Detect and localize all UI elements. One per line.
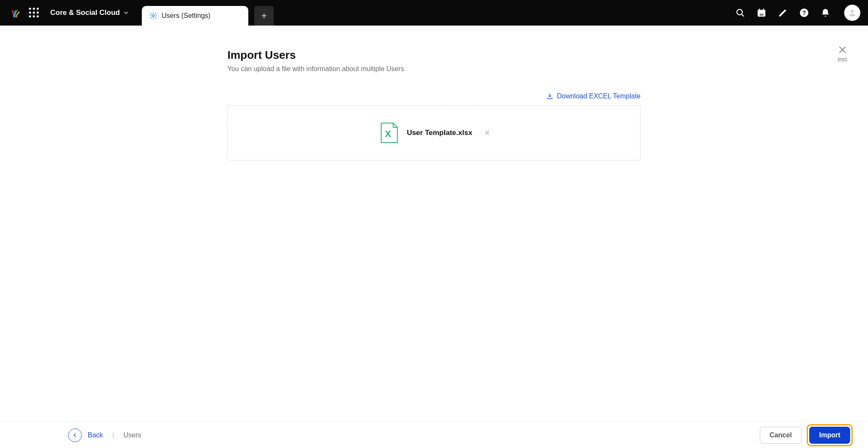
chevron-left-icon <box>72 432 78 438</box>
tab-strip: Users (Settings) <box>142 0 274 26</box>
uploaded-file-name: User Template.xlsx <box>407 129 472 137</box>
back-button[interactable] <box>68 428 82 442</box>
close-panel-button[interactable]: esc <box>838 45 848 63</box>
tab-label: Users (Settings) <box>161 12 210 20</box>
search-icon[interactable] <box>735 8 745 18</box>
download-icon <box>546 93 553 100</box>
notifications-icon[interactable] <box>820 8 831 18</box>
main-area: esc Import Users You can upload a file w… <box>0 26 868 422</box>
page-title: Import Users <box>227 49 641 62</box>
gear-icon <box>149 12 157 20</box>
download-template-label: Download EXCEL Template <box>557 92 641 100</box>
close-icon <box>838 45 847 55</box>
cancel-button[interactable]: Cancel <box>760 427 802 444</box>
app-logo-icon[interactable] <box>10 7 21 18</box>
calendar-day-label: 09 <box>756 13 767 17</box>
x-icon <box>484 130 490 136</box>
breadcrumb-current: Users <box>124 431 141 439</box>
tab-users-settings[interactable]: Users (Settings) <box>142 6 248 26</box>
new-tab-button[interactable] <box>254 6 274 26</box>
svg-point-6 <box>851 10 854 13</box>
chevron-down-icon <box>123 10 129 16</box>
apps-menu-icon[interactable] <box>29 8 39 18</box>
close-hint-label: esc <box>838 55 848 63</box>
plus-icon <box>260 12 268 20</box>
content-wrap: Import Users You can upload a file with … <box>227 26 641 161</box>
edit-icon[interactable] <box>778 8 788 18</box>
workspace-label: Core & Social Cloud <box>50 9 120 17</box>
excel-file-icon: X <box>378 121 401 144</box>
svg-rect-3 <box>758 10 765 12</box>
footer-actions: Cancel Import <box>760 424 853 446</box>
breadcrumb-separator: | <box>112 431 114 439</box>
remove-file-button[interactable] <box>484 130 490 136</box>
back-label[interactable]: Back <box>88 431 103 439</box>
import-button[interactable]: Import <box>809 427 850 444</box>
svg-text:?: ? <box>802 9 806 16</box>
calendar-icon[interactable]: 09 <box>756 8 767 18</box>
help-icon[interactable]: ? <box>799 8 809 18</box>
download-row: Download EXCEL Template <box>227 92 641 100</box>
topbar-right: 09 ? <box>735 0 860 26</box>
footer-breadcrumb: Back | Users <box>68 428 141 442</box>
topbar-left: Core & Social Cloud <box>0 7 132 18</box>
excel-file-letter: X <box>385 129 391 139</box>
top-bar: Core & Social Cloud Users (Settings) 09 <box>0 0 868 26</box>
user-avatar[interactable] <box>844 5 860 21</box>
footer-bar: Back | Users Cancel Import <box>0 422 868 448</box>
import-button-highlight: Import <box>807 424 853 446</box>
file-dropzone[interactable]: X User Template.xlsx <box>227 105 641 161</box>
workspace-picker[interactable]: Core & Social Cloud <box>47 9 132 17</box>
download-template-link[interactable]: Download EXCEL Template <box>546 92 641 100</box>
page-subtitle: You can upload a file with information a… <box>227 65 641 73</box>
svg-point-0 <box>152 15 155 17</box>
